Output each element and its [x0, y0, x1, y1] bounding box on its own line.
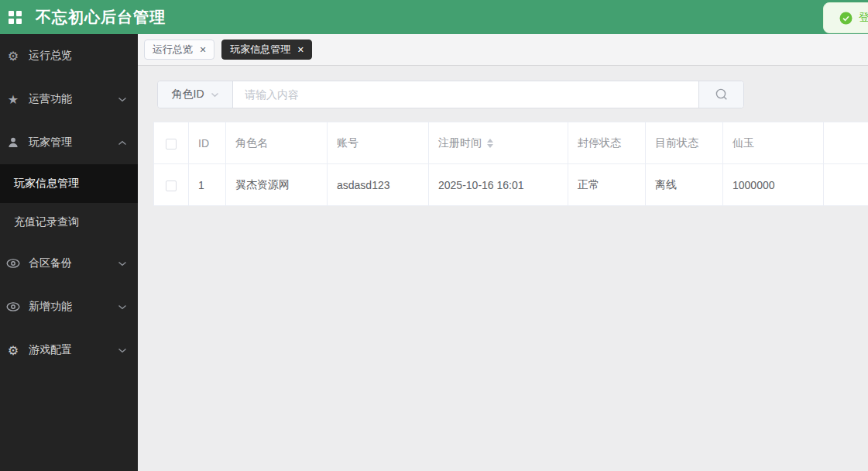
select-all-checkbox[interactable] — [166, 139, 177, 150]
sidebar: ⚙ 运行总览 ★ 运营功能 玩家管理 玩家信息管理 — [0, 34, 138, 471]
chevron-down-icon — [118, 261, 127, 266]
search-input[interactable] — [233, 81, 698, 108]
column-header-xianyu: 仙玉 — [723, 122, 824, 164]
sidebar-item-label: 游戏配置 — [29, 343, 118, 357]
table-header-row: ID 角色名 账号 注册时间 封停状态 目前状态 仙玉 — [154, 122, 868, 164]
sidebar-item-game-config[interactable]: ⚙ 游戏配置 — [0, 328, 138, 372]
chevron-down-icon — [118, 304, 127, 310]
search-field-select[interactable]: 角色ID — [158, 81, 233, 108]
sidebar-subitem-label: 充值记录查询 — [14, 215, 79, 229]
tab-label: 运行总览 — [153, 43, 193, 57]
close-icon[interactable]: × — [200, 44, 206, 55]
toast-text: 登 — [859, 11, 868, 25]
grid-icon[interactable] — [8, 9, 23, 25]
cell-ban-status: 正常 — [568, 164, 646, 206]
gear-solid-icon: ⚙ — [5, 343, 22, 358]
row-checkbox[interactable] — [166, 180, 177, 191]
column-header-register-time: 注册时间 — [429, 122, 568, 164]
chevron-down-icon — [118, 97, 127, 102]
player-table: ID 角色名 账号 注册时间 封停状态 目前状态 仙玉 1 翼杰资源网 — [153, 122, 868, 206]
tab-bar: 运行总览 × 玩家信息管理 × — [138, 34, 868, 66]
sidebar-item-player-info-management[interactable]: 玩家信息管理 — [0, 164, 138, 203]
sidebar-item-label: 合区备份 — [29, 256, 118, 270]
sidebar-item-label: 运行总览 — [29, 49, 127, 63]
sidebar-item-label: 新增功能 — [29, 300, 118, 314]
sidebar-item-recharge-record-query[interactable]: 充值记录查询 — [0, 203, 138, 242]
eye-icon — [5, 259, 22, 268]
column-header-account: 账号 — [328, 122, 429, 164]
cell-account: asdasd123 — [328, 164, 429, 206]
tab-label: 玩家信息管理 — [230, 43, 290, 57]
sidebar-item-zone-merge-backup[interactable]: 合区备份 — [0, 242, 138, 285]
admin-app: 不忘初心后台管理 登 ⚙ 运行总览 ★ 运营功能 — [0, 0, 868, 471]
chevron-up-icon — [118, 140, 127, 146]
success-check-icon — [839, 12, 853, 25]
tab-run-overview[interactable]: 运行总览 × — [144, 40, 214, 60]
sort-toggle[interactable] — [487, 139, 493, 148]
tab-player-info-management[interactable]: 玩家信息管理 × — [221, 40, 312, 60]
sidebar-item-operations[interactable]: ★ 运营功能 — [0, 77, 138, 121]
user-icon — [5, 136, 22, 149]
sidebar-item-run-overview[interactable]: ⚙ 运行总览 — [0, 34, 138, 77]
chevron-down-icon — [118, 348, 127, 353]
sidebar-item-label: 运营功能 — [29, 92, 118, 106]
search-icon — [715, 88, 729, 101]
sidebar-item-label: 玩家管理 — [29, 136, 118, 150]
search-button[interactable] — [698, 81, 743, 108]
column-header-role-name: 角色名 — [226, 122, 328, 164]
page-title: 不忘初心后台管理 — [36, 7, 166, 28]
cell-role-name: 翼杰资源网 — [226, 164, 328, 206]
search-bar: 角色ID — [157, 81, 744, 108]
cell-xianyu: 1000000 — [723, 164, 824, 206]
gear-icon: ⚙ — [5, 49, 22, 64]
main-content: 运行总览 × 玩家信息管理 × 角色ID — [138, 34, 868, 471]
cell-extra — [824, 164, 868, 206]
sidebar-subitem-label: 玩家信息管理 — [14, 177, 79, 191]
column-header-extra — [824, 122, 868, 164]
chevron-down-icon — [211, 92, 219, 98]
eye-icon — [5, 302, 22, 311]
column-header-current-status: 目前状态 — [646, 122, 723, 164]
close-icon[interactable]: × — [297, 44, 304, 55]
cell-id: 1 — [189, 164, 226, 206]
star-icon: ★ — [5, 92, 22, 107]
cell-register-time: 2025-10-16 16:01 — [429, 164, 568, 206]
sidebar-item-player-management[interactable]: 玩家管理 — [0, 121, 138, 164]
table-row: 1 翼杰资源网 asdasd123 2025-10-16 16:01 正常 离线… — [154, 164, 868, 206]
column-header-id: ID — [189, 122, 226, 164]
select-value: 角色ID — [172, 88, 204, 101]
sidebar-item-new-features[interactable]: 新增功能 — [0, 285, 138, 328]
top-header: 不忘初心后台管理 — [0, 0, 868, 34]
cell-current-status: 离线 — [646, 164, 723, 206]
column-header-ban-status: 封停状态 — [568, 122, 646, 164]
success-toast: 登 — [823, 2, 868, 33]
